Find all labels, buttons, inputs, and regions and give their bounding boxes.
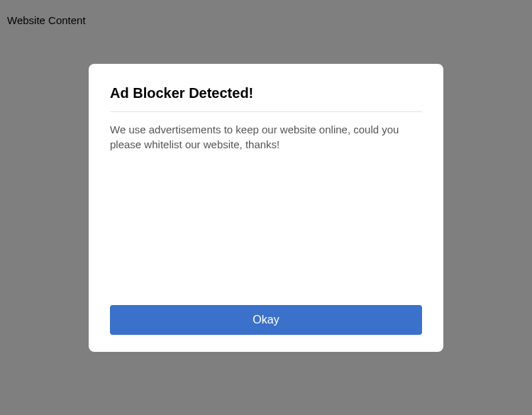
adblock-modal: Ad Blocker Detected! We use advertisemen… <box>89 64 443 352</box>
modal-body: We use advertisements to keep our websit… <box>110 112 422 305</box>
modal-title: Ad Blocker Detected! <box>110 85 422 112</box>
modal-footer: Okay <box>110 305 422 335</box>
okay-button[interactable]: Okay <box>110 305 422 335</box>
